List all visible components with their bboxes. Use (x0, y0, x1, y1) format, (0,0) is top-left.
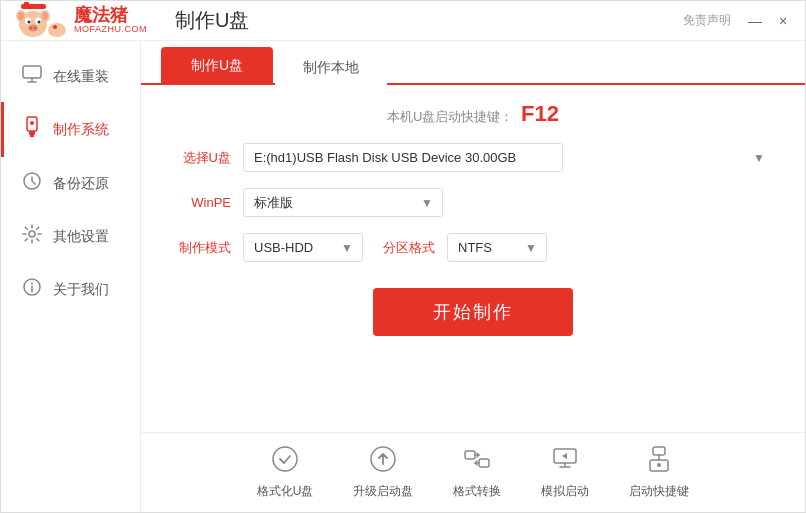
mode-select-wrapper: USB-HDD USB-ZIP USB-FDD ▼ (243, 233, 363, 262)
logo-cn: 魔法猪 (74, 6, 147, 26)
usb-label: 选择U盘 (171, 149, 231, 167)
tool-upgrade-disk-label: 升级启动盘 (353, 483, 413, 500)
winpe-row: WinPE 标准版 高级版 ▼ (171, 188, 775, 217)
title-bar-left: 魔法猪 MOFAZHU.COM 制作U盘 (11, 2, 249, 40)
sidebar-item-online-reinstall[interactable]: 在线重装 (1, 51, 140, 102)
sidebar-label-online-reinstall: 在线重装 (53, 68, 109, 86)
tool-format-convert-label: 格式转换 (453, 483, 501, 500)
info-icon (21, 277, 43, 302)
logo-text-area: 魔法猪 MOFAZHU.COM (74, 6, 147, 36)
format-convert-icon (463, 445, 491, 479)
content-area: 制作U盘 制作本地 本机U盘启动快捷键： F12 选择U盘 E:(hd1)USB… (141, 41, 805, 512)
sidebar-item-backup-restore[interactable]: 备份还原 (1, 157, 140, 210)
svg-rect-18 (29, 131, 35, 135)
sidebar-item-make-system[interactable]: 制作系统 (1, 102, 140, 157)
tool-boot-shortcut-label: 启动快捷键 (629, 483, 689, 500)
title-bar: 魔法猪 MOFAZHU.COM 制作U盘 免责声明 — × (1, 1, 805, 41)
partition-select-wrapper: NTFS FAT32 ▼ (447, 233, 547, 262)
boot-shortcut-icon (645, 445, 673, 479)
backup-icon (21, 171, 43, 196)
sidebar: 在线重装 制作系统 (1, 41, 141, 512)
tab-make-usb[interactable]: 制作U盘 (161, 47, 273, 85)
sidebar-item-about-us[interactable]: 关于我们 (1, 263, 140, 316)
close-button[interactable]: × (771, 9, 795, 33)
svg-point-24 (31, 283, 33, 285)
logo-en: MOFAZHU.COM (74, 25, 147, 35)
page-title: 制作U盘 (175, 7, 249, 34)
sidebar-item-other-settings[interactable]: 其他设置 (1, 210, 140, 263)
shortcut-hint: 本机U盘启动快捷键： F12 (171, 101, 775, 127)
usb-select-row: 选择U盘 E:(hd1)USB Flash Disk USB Device 30… (171, 143, 775, 172)
minimize-button[interactable]: — (743, 9, 767, 33)
sidebar-label-make-system: 制作系统 (53, 121, 109, 139)
svg-rect-27 (465, 451, 475, 459)
usb-select-arrow: ▼ (753, 151, 765, 165)
monitor-icon (21, 65, 43, 88)
svg-rect-19 (30, 135, 34, 137)
svg-point-14 (48, 23, 66, 37)
svg-point-20 (30, 121, 34, 125)
tool-format-usb[interactable]: 格式化U盘 (257, 445, 314, 500)
svg-rect-1 (24, 2, 29, 6)
usb-select[interactable]: E:(hd1)USB Flash Disk USB Device 30.00GB (243, 143, 563, 172)
svg-point-13 (34, 26, 36, 28)
sidebar-label-other-settings: 其他设置 (53, 228, 109, 246)
settings-icon (21, 224, 43, 249)
pig-logo (11, 2, 66, 40)
simulate-boot-icon (551, 445, 579, 479)
format-usb-icon (271, 445, 299, 479)
title-bar-right: 免责声明 — × (683, 9, 795, 33)
svg-point-11 (28, 24, 38, 31)
svg-point-22 (29, 231, 35, 237)
tool-format-convert[interactable]: 格式转换 (453, 445, 501, 500)
svg-point-9 (28, 20, 31, 23)
svg-rect-28 (479, 459, 489, 467)
svg-rect-16 (23, 66, 41, 78)
usb-select-wrapper: E:(hd1)USB Flash Disk USB Device 30.00GB… (243, 143, 775, 172)
tool-simulate-boot[interactable]: 模拟启动 (541, 445, 589, 500)
svg-point-25 (273, 447, 297, 471)
tool-format-usb-label: 格式化U盘 (257, 483, 314, 500)
disclaimer-link[interactable]: 免责声明 (683, 12, 731, 29)
tool-boot-shortcut[interactable]: 启动快捷键 (629, 445, 689, 500)
partition-select[interactable]: NTFS FAT32 (447, 233, 547, 262)
shortcut-key: F12 (521, 101, 559, 126)
svg-point-15 (53, 25, 57, 29)
mode-row: 制作模式 USB-HDD USB-ZIP USB-FDD ▼ 分区格式 NTFS (171, 233, 775, 262)
winpe-label: WinPE (171, 195, 231, 210)
tool-simulate-boot-label: 模拟启动 (541, 483, 589, 500)
svg-point-6 (42, 12, 48, 20)
mode-select[interactable]: USB-HDD USB-ZIP USB-FDD (243, 233, 363, 262)
usb-icon (21, 116, 43, 143)
form-content: 本机U盘启动快捷键： F12 选择U盘 E:(hd1)USB Flash Dis… (141, 85, 805, 432)
svg-point-12 (30, 26, 32, 28)
partition-label: 分区格式 (375, 239, 435, 257)
tab-make-local[interactable]: 制作本地 (275, 51, 387, 85)
shortcut-prefix: 本机U盘启动快捷键： (387, 109, 513, 124)
logo-area (11, 2, 66, 40)
sidebar-label-backup-restore: 备份还原 (53, 175, 109, 193)
svg-rect-30 (653, 447, 665, 455)
tool-upgrade-disk[interactable]: 升级启动盘 (353, 445, 413, 500)
mode-label: 制作模式 (171, 239, 231, 257)
main-window: 魔法猪 MOFAZHU.COM 制作U盘 免责声明 — × 在线重装 (0, 0, 806, 513)
winpe-select[interactable]: 标准版 高级版 (243, 188, 443, 217)
upgrade-disk-icon (369, 445, 397, 479)
start-button[interactable]: 开始制作 (373, 288, 573, 336)
svg-point-4 (18, 12, 24, 20)
sidebar-label-about-us: 关于我们 (53, 281, 109, 299)
svg-point-10 (38, 20, 41, 23)
winpe-select-wrapper: 标准版 高级版 ▼ (243, 188, 443, 217)
main-layout: 在线重装 制作系统 (1, 41, 805, 512)
bottom-toolbar: 格式化U盘 升级启动盘 (141, 432, 805, 512)
tabs-bar: 制作U盘 制作本地 (141, 41, 805, 85)
svg-point-32 (657, 463, 661, 467)
